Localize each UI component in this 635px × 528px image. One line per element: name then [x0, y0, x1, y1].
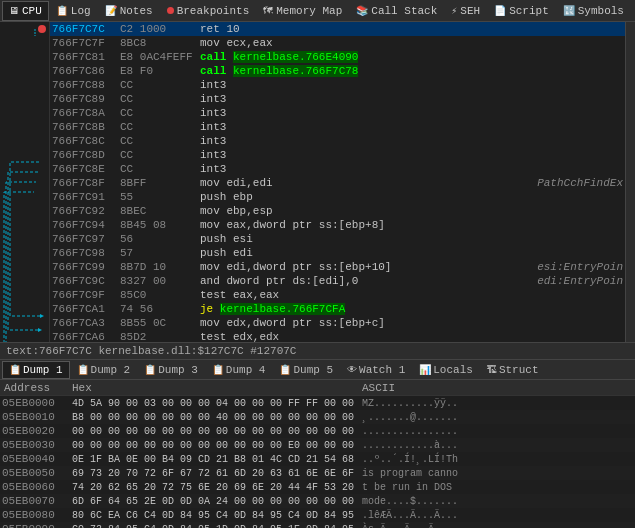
- tab-symbols[interactable]: 🔣 Symbols: [556, 1, 631, 21]
- code-bytes: CC: [120, 121, 200, 133]
- dump-ascii-cell: ..º..´.Í!¸.LÍ!Th: [362, 454, 633, 465]
- dump-row[interactable]: 05EB0060 74 20 62 65 20 72 75 6E 20 69 6…: [0, 480, 635, 494]
- code-line[interactable]: 766F7C9C8327 00and dword ptr ds:[edi],0e…: [50, 274, 625, 288]
- dump-hex-cell: 00 00 00 00 00 00 00 00 00 00 00 00 00 0…: [72, 426, 362, 437]
- code-addr: 766F7C99: [52, 261, 120, 273]
- code-bytes: CC: [120, 163, 200, 175]
- tab-seh[interactable]: ⚡ SEH: [444, 1, 487, 21]
- code-line[interactable]: 766F7C7CC2 1000ret 10: [50, 22, 625, 36]
- dump-row[interactable]: 05EB0040 0E 1F BA 0E 00 B4 09 CD 21 B8 0…: [0, 452, 635, 466]
- dump-tab-watch1[interactable]: 👁Watch 1: [340, 361, 412, 379]
- code-line[interactable]: 766F7C8ACCint3: [50, 106, 625, 120]
- log-icon: 📋: [56, 5, 68, 17]
- code-instr: and dword ptr ds:[edi],0: [200, 275, 533, 287]
- dump-row[interactable]: 05EB0000 4D 5A 90 00 03 00 00 00 04 00 0…: [0, 396, 635, 410]
- seh-icon: ⚡: [451, 5, 457, 17]
- code-bytes: 57: [120, 247, 200, 259]
- dump-tab-struct[interactable]: 🏗Struct: [480, 361, 546, 379]
- code-instr: je kernelbase.766F7CFA: [200, 303, 623, 315]
- dump-ascii-cell: mode....$.......: [362, 496, 633, 507]
- code-bytes: 55: [120, 191, 200, 203]
- dump-row[interactable]: 05EB0090 C0 73 84 95 C4 0D 84 95 1D 0D 8…: [0, 522, 635, 528]
- code-addr: 766F7C88: [52, 79, 120, 91]
- dump-row[interactable]: 05EB0050 69 73 20 70 72 6F 67 72 61 6D 2…: [0, 466, 635, 480]
- tab-log[interactable]: 📋 Log: [49, 1, 98, 21]
- code-addr: 766F7C8A: [52, 107, 120, 119]
- code-line[interactable]: 766F7C928BECmov ebp,esp: [50, 204, 625, 218]
- dump-addr-cell: 05EB0000: [2, 397, 72, 409]
- code-line[interactable]: 766F7CA174 56je kernelbase.766F7CFA: [50, 302, 625, 316]
- code-vscroll[interactable]: [625, 22, 635, 342]
- dump-tab-dump4[interactable]: 📋Dump 4: [205, 361, 273, 379]
- tab-memmap[interactable]: 🗺 Memory Map: [256, 1, 349, 21]
- code-instr: int3: [200, 135, 623, 147]
- code-line[interactable]: 766F7C8ECCint3: [50, 162, 625, 176]
- tab-so[interactable]: So ▷: [631, 1, 635, 21]
- arrow-column: [0, 22, 50, 342]
- dump-row[interactable]: 05EB0070 6D 6F 64 65 2E 0D 0D 0A 24 00 0…: [0, 494, 635, 508]
- symbols-icon: 🔣: [563, 5, 575, 17]
- code-addr: 766F7C8F: [52, 177, 120, 189]
- code-line[interactable]: 766F7C8CCCint3: [50, 134, 625, 148]
- code-line[interactable]: 766F7C86E8 F0call kernelbase.766F7C78: [50, 64, 625, 78]
- dump-tab-dump3[interactable]: 📋Dump 3: [137, 361, 205, 379]
- code-line[interactable]: 766F7C8BCCint3: [50, 120, 625, 134]
- code-bytes: CC: [120, 93, 200, 105]
- dump-tab-dump5[interactable]: 📋Dump 5: [272, 361, 340, 379]
- code-addr: 766F7CA6: [52, 331, 120, 342]
- code-line[interactable]: 766F7C9F85C0test eax,eax: [50, 288, 625, 302]
- code-addr: 766F7C7F: [52, 37, 120, 49]
- main-area: 766F7C7CC2 1000ret 10766F7C7F8BC8mov ecx…: [0, 22, 635, 528]
- tab-script[interactable]: 📄 Script: [487, 1, 556, 21]
- dump3-icon: 📋: [144, 364, 156, 376]
- code-line[interactable]: 766F7C7F8BC8mov ecx,eax: [50, 36, 625, 50]
- tab-callstack-label: Call Stack: [371, 5, 437, 17]
- dump-tab-dump1[interactable]: 📋Dump 1: [2, 361, 70, 379]
- dump-row[interactable]: 05EB0020 00 00 00 00 00 00 00 00 00 00 0…: [0, 424, 635, 438]
- code-line[interactable]: 766F7C89CCint3: [50, 92, 625, 106]
- dump-row[interactable]: 05EB0010 B8 00 00 00 00 00 00 00 40 00 0…: [0, 410, 635, 424]
- dump1-icon: 📋: [9, 364, 21, 376]
- code-comment: edi:EntryPoin: [537, 275, 623, 287]
- code-bytes: 85D2: [120, 331, 200, 342]
- dump4-label: Dump 4: [226, 364, 266, 376]
- tab-cpu[interactable]: 🖥 CPU: [2, 1, 49, 21]
- code-line[interactable]: 766F7C88CCint3: [50, 78, 625, 92]
- dump-ascii-cell: is program canno: [362, 468, 633, 479]
- struct-label: Struct: [499, 364, 539, 376]
- code-line[interactable]: 766F7C9756push esi: [50, 232, 625, 246]
- dump-hex-cell: 6D 6F 64 65 2E 0D 0D 0A 24 00 00 00 00 0…: [72, 496, 362, 507]
- code-line[interactable]: 766F7C8DCCint3: [50, 148, 625, 162]
- dump-tab-dump2[interactable]: 📋Dump 2: [70, 361, 138, 379]
- code-addr: 766F7C81: [52, 51, 120, 63]
- code-addr: 766F7C8E: [52, 163, 120, 175]
- tab-seh-label: SEH: [460, 5, 480, 17]
- locals-icon: 📊: [419, 364, 431, 376]
- code-line[interactable]: 766F7C9155push ebp: [50, 190, 625, 204]
- notes-icon: 📝: [105, 5, 117, 17]
- dump-ascii-cell: Às.Ä...Ä...Ä....: [362, 524, 633, 529]
- tab-breakpoints-label: Breakpoints: [177, 5, 250, 17]
- code-line[interactable]: 766F7C9857push edi: [50, 246, 625, 260]
- dump-ascii-cell: ............à...: [362, 440, 633, 451]
- tab-callstack[interactable]: 📚 Call Stack: [349, 1, 444, 21]
- dump-row[interactable]: 05EB0080 80 6C EA C6 C4 0D 84 95 C4 0D 8…: [0, 508, 635, 522]
- dump1-label: Dump 1: [23, 364, 63, 376]
- code-addr: 766F7C94: [52, 219, 120, 231]
- code-line[interactable]: 766F7CA685D2test edx,edx: [50, 330, 625, 342]
- code-bytes: E8 F0: [120, 65, 200, 77]
- dump-tab-locals[interactable]: 📊Locals: [412, 361, 480, 379]
- tab-notes[interactable]: 📝 Notes: [98, 1, 160, 21]
- dump-row[interactable]: 05EB0030 00 00 00 00 00 00 00 00 00 00 0…: [0, 438, 635, 452]
- code-line[interactable]: 766F7C948B45 08mov eax,dword ptr ss:[ebp…: [50, 218, 625, 232]
- code-scroll[interactable]: 766F7C7CC2 1000ret 10766F7C7F8BC8mov ecx…: [50, 22, 625, 342]
- code-addr: 766F7C8C: [52, 135, 120, 147]
- tab-breakpoints[interactable]: Breakpoints: [160, 1, 257, 21]
- code-line[interactable]: 766F7CA38B55 0Cmov edx,dword ptr ss:[ebp…: [50, 316, 625, 330]
- code-line[interactable]: 766F7C81E8 0AC4FEFFcall kernelbase.766E4…: [50, 50, 625, 64]
- code-line[interactable]: 766F7C8F8BFFmov edi,ediPathCchFindEx: [50, 176, 625, 190]
- code-bytes: C2 1000: [120, 23, 200, 35]
- code-instr: push ebp: [200, 191, 623, 203]
- code-line[interactable]: 766F7C998B7D 10mov edi,dword ptr ss:[ebp…: [50, 260, 625, 274]
- dump-ascii-cell: .lêÆÄ...Ä...Ä...: [362, 510, 633, 521]
